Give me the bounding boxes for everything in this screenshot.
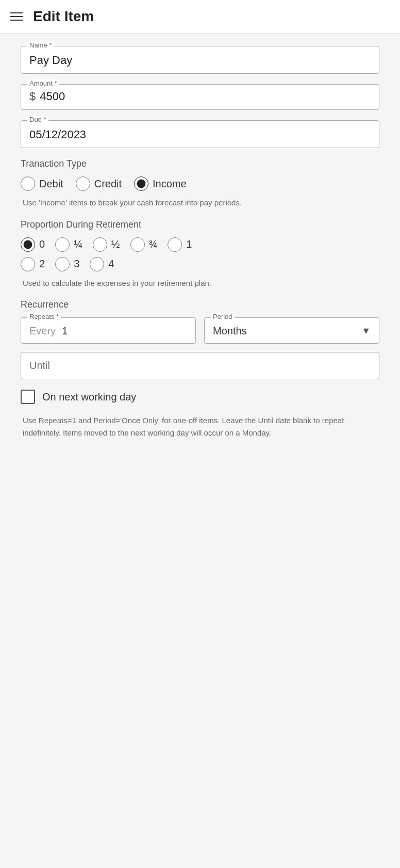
transaction-type-info: Use 'Income' items to break your cash fo… — [21, 197, 379, 209]
proportion-12-item: ½ — [93, 237, 120, 252]
proportion-3-radio[interactable] — [55, 257, 70, 271]
proportion-title: Proportion During Retirement — [21, 219, 379, 230]
proportion-1-label: 1 — [186, 238, 192, 250]
proportion-1-radio[interactable] — [168, 237, 182, 252]
proportion-section: Proportion During Retirement 0 ¼ ½ ¾ 1 — [21, 219, 379, 290]
proportion-2-item: 2 — [21, 257, 45, 271]
proportion-0-label: 0 — [39, 238, 45, 250]
proportion-14-radio[interactable] — [55, 237, 70, 252]
name-field-group: Name * — [21, 46, 379, 74]
credit-radio[interactable] — [76, 176, 90, 191]
next-working-day-label: On next working day — [42, 391, 136, 403]
proportion-4-item: 4 — [90, 257, 114, 271]
proportion-row1-radio-group: 0 ¼ ½ ¾ 1 — [21, 237, 379, 252]
proportion-2-label: 2 — [39, 258, 45, 270]
proportion-34-item: ¾ — [130, 237, 158, 252]
proportion-info: Used to calculate the expenses in your r… — [21, 278, 379, 290]
name-label: Name * — [27, 41, 54, 49]
proportion-3-item: 3 — [55, 257, 79, 271]
repeats-content: Every — [29, 323, 187, 337]
proportion-12-label: ½ — [111, 238, 120, 250]
income-radio[interactable] — [134, 176, 148, 191]
debit-radio[interactable] — [21, 176, 35, 191]
proportion-0-radio[interactable] — [21, 237, 35, 252]
transaction-type-section: Tranaction Type Debit Credit Income Use … — [21, 158, 379, 209]
transaction-type-debit-item: Debit — [21, 176, 63, 191]
amount-label: Amount * — [27, 79, 59, 87]
recurrence-row: Repeats * Every Period Months ▼ — [21, 317, 379, 344]
until-wrapper — [21, 352, 379, 379]
repeats-input[interactable] — [62, 325, 93, 337]
every-label: Every — [29, 325, 56, 337]
transaction-type-credit-item: Credit — [76, 176, 122, 191]
bottom-info-text: Use Repeats=1 and Period='Once Only' for… — [21, 414, 379, 439]
due-field-group: Due * — [21, 120, 379, 148]
amount-input[interactable] — [40, 90, 371, 103]
transaction-type-income-item: Income — [134, 176, 187, 191]
credit-label: Credit — [94, 178, 122, 190]
proportion-14-label: ¼ — [74, 238, 82, 250]
period-label: Period — [211, 313, 235, 320]
due-field-wrapper: Due * — [21, 120, 379, 148]
period-value: Months — [213, 325, 247, 337]
proportion-4-label: 4 — [108, 258, 114, 270]
page-title: Edit Item — [33, 8, 94, 25]
proportion-1-item: 1 — [168, 237, 192, 252]
due-label: Due * — [27, 116, 48, 123]
due-input[interactable] — [29, 126, 371, 141]
dollar-sign-icon: $ — [29, 90, 36, 103]
next-working-day-checkbox[interactable] — [21, 390, 35, 404]
chevron-down-icon: ▼ — [361, 326, 371, 336]
proportion-14-item: ¼ — [55, 237, 82, 252]
hamburger-menu-icon[interactable] — [10, 12, 23, 21]
transaction-type-radio-group: Debit Credit Income — [21, 176, 379, 191]
repeats-label: Repeats * — [27, 313, 61, 320]
recurrence-section: Recurrence Repeats * Every Period Months… — [21, 299, 379, 439]
until-input[interactable] — [29, 360, 371, 372]
form-content: Name * Amount * $ Due * Tranaction Type … — [0, 34, 400, 452]
proportion-34-radio[interactable] — [130, 237, 145, 252]
repeats-wrapper: Repeats * Every — [21, 317, 196, 344]
recurrence-title: Recurrence — [21, 299, 379, 310]
proportion-12-radio[interactable] — [93, 237, 107, 252]
proportion-3-label: 3 — [74, 258, 79, 270]
name-input[interactable] — [29, 52, 371, 67]
proportion-2-radio[interactable] — [21, 257, 35, 271]
proportion-4-radio[interactable] — [90, 257, 104, 271]
proportion-row2-radio-group: 2 3 4 — [21, 257, 379, 271]
period-wrapper[interactable]: Period Months ▼ — [204, 317, 379, 344]
transaction-type-title: Tranaction Type — [21, 158, 379, 169]
amount-row: $ — [29, 90, 371, 103]
debit-label: Debit — [39, 178, 63, 190]
header: Edit Item — [0, 0, 400, 34]
next-working-day-row: On next working day — [21, 390, 379, 404]
period-select-wrapper: Months ▼ — [213, 323, 371, 337]
name-field-wrapper: Name * — [21, 46, 379, 74]
amount-field-wrapper: Amount * $ — [21, 84, 379, 110]
amount-field-group: Amount * $ — [21, 84, 379, 110]
proportion-34-label: ¾ — [149, 238, 158, 250]
proportion-0-item: 0 — [21, 237, 45, 252]
income-label: Income — [153, 178, 187, 190]
